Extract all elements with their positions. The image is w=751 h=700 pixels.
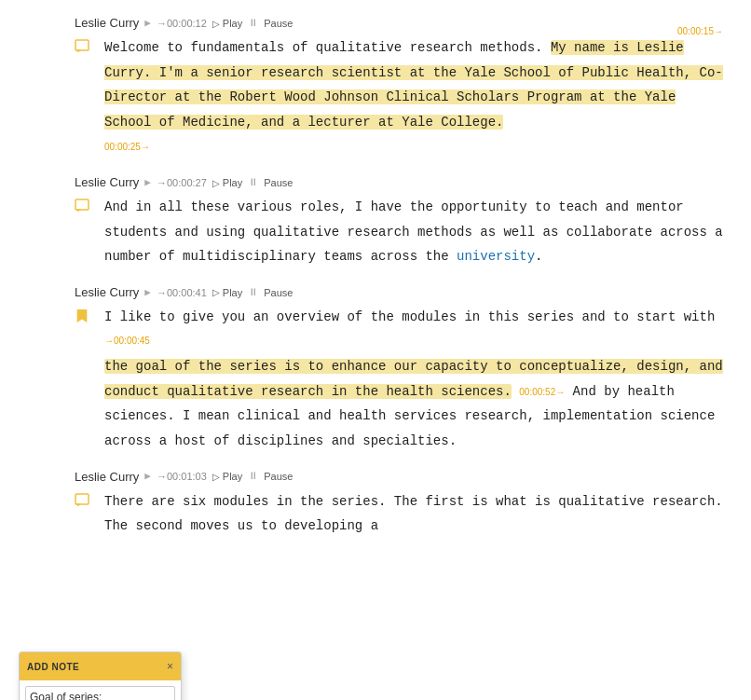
segment-1-header: Leslie Curry ▶ →00:00:12 ▷ Play ⏸ Pause <box>0 9 751 35</box>
add-note-close-button[interactable]: × <box>167 657 173 676</box>
segment-2-header: Leslie Curry ▶ →00:00:27 ▷ Play ⏸ Pause <box>0 169 751 195</box>
segment-4: Leslie Curry ▶ →00:01:03 ▷ Play ⏸ Pause … <box>0 463 751 539</box>
add-note-header: ADD NOTE × <box>20 652 181 680</box>
play-button-3[interactable]: ▷ Play <box>212 284 242 302</box>
highlight-3: the goal of the series is to enhance our… <box>104 359 723 399</box>
play-label-2: Play <box>223 174 242 192</box>
speaker-arrow-2: ▶ <box>144 174 151 192</box>
pause-button-1[interactable]: Pause <box>264 15 293 33</box>
timestamp-inline-3b: 00:00:52→ <box>519 387 565 397</box>
speaker-name-2: Leslie Curry <box>75 172 139 193</box>
speaker-arrow-3: ▶ <box>144 284 151 302</box>
timestamp-start-2: →00:00:27 <box>157 174 207 192</box>
timestamp-end-label-1: 00:00:25→ <box>104 142 150 152</box>
add-note-title: ADD NOTE <box>27 659 79 675</box>
speaker-name-4: Leslie Curry <box>75 467 139 487</box>
comment-icon-4[interactable] <box>75 493 93 516</box>
timestamp-start-1: →00:00:12 <box>157 15 207 33</box>
play-icon-1: ▷ <box>212 16 220 32</box>
pause-button-3[interactable]: Pause <box>264 284 293 302</box>
speaker-name-1: Leslie Curry <box>75 13 139 34</box>
play-label-3: Play <box>223 284 242 302</box>
speaker-arrow-4: ▶ <box>144 468 151 486</box>
svg-rect-3 <box>75 199 89 210</box>
add-note-overlay: ADD NOTE × Goal of series: - Enhance cap… <box>19 652 182 700</box>
transcript-text-4: There are six modules in the series. The… <box>104 489 723 539</box>
sep-4: ⏸ <box>248 468 258 486</box>
comment-icon-1[interactable] <box>75 39 93 62</box>
play-button-4[interactable]: ▷ Play <box>212 468 242 486</box>
segment-4-header: Leslie Curry ▶ →00:01:03 ▷ Play ⏸ Pause <box>0 463 751 489</box>
pause-button-4[interactable]: Pause <box>264 468 293 486</box>
sep-1: ⏸ <box>248 15 258 33</box>
comment-icon-2[interactable] <box>75 199 93 222</box>
svg-rect-0 <box>75 40 89 50</box>
segment-1-body: 00:00:15→ Welcome to fundamentals of qua… <box>0 35 751 159</box>
segment-4-body: There are six modules in the series. The… <box>0 489 751 539</box>
highlight-1: My name is Leslie Curry. I'm a senior re… <box>104 40 723 130</box>
timestamp-start-3: →00:00:41 <box>157 284 207 302</box>
transcript-text-1: 00:00:15→ Welcome to fundamentals of qua… <box>104 35 723 159</box>
sep-3: ⏸ <box>248 284 258 302</box>
play-icon-2: ▷ <box>212 175 220 191</box>
transcript-container: Leslie Curry ▶ →00:00:12 ▷ Play ⏸ Pause … <box>0 0 751 557</box>
play-label-1: Play <box>223 15 242 33</box>
sep-2: ⏸ <box>248 174 258 192</box>
comment-icon-3[interactable] <box>75 309 93 332</box>
segment-2-body: And in all these various roles, I have t… <box>0 195 751 269</box>
segment-3-header: Leslie Curry ▶ →00:00:41 ▷ Play ⏸ Pause <box>0 279 751 305</box>
transcript-text-2: And in all these various roles, I have t… <box>104 195 723 269</box>
play-icon-4: ▷ <box>212 469 220 485</box>
pause-button-2[interactable]: Pause <box>264 174 293 192</box>
svg-rect-6 <box>75 494 89 504</box>
timestamp-start-4: →00:01:03 <box>157 468 207 486</box>
segment-3: Leslie Curry ▶ →00:00:41 ▷ Play ⏸ Pause … <box>0 279 751 454</box>
segment-1: Leslie Curry ▶ →00:00:12 ▷ Play ⏸ Pause … <box>0 9 751 159</box>
timestamp-inline-3a: →00:00:45 <box>104 332 150 350</box>
play-label-4: Play <box>223 468 242 486</box>
play-button-1[interactable]: ▷ Play <box>212 15 242 33</box>
segment-3-body: I like to give you an overview of the mo… <box>0 305 751 454</box>
add-note-body: Goal of series: - Enhance capacity to co… <box>20 680 181 700</box>
play-icon-3: ▷ <box>212 284 220 300</box>
speaker-name-3: Leslie Curry <box>75 282 139 303</box>
add-note-textarea[interactable]: Goal of series: - Enhance capacity to co… <box>25 686 175 700</box>
play-button-2[interactable]: ▷ Play <box>212 174 242 192</box>
segment-2: Leslie Curry ▶ →00:00:27 ▷ Play ⏸ Pause … <box>0 169 751 269</box>
link-university[interactable]: university <box>457 249 535 264</box>
speaker-arrow-1: ▶ <box>144 15 151 33</box>
timestamp-inline-end-1: 00:00:15→ <box>677 22 723 40</box>
transcript-text-3: I like to give you an overview of the mo… <box>104 305 723 454</box>
